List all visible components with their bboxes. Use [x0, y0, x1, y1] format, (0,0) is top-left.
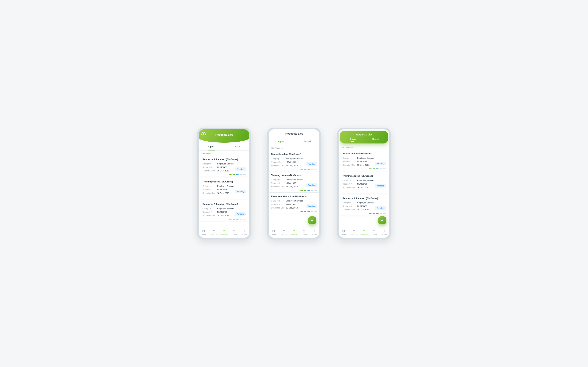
svg-rect-6	[303, 230, 305, 232]
nav-events[interactable]: Events	[299, 227, 309, 238]
news-icon	[202, 230, 205, 233]
bottom-nav: NewsProductsRequestsEventsProfile	[199, 227, 249, 238]
requests-icon	[293, 230, 295, 233]
tab-closed[interactable]: Closed	[224, 143, 249, 150]
nav-profile[interactable]: Profile	[309, 227, 319, 238]
page-title: Requests List	[269, 129, 319, 138]
header: Requests List Open Closed	[340, 131, 388, 143]
nav-label: Requests	[361, 233, 367, 235]
nav-label: Events	[372, 233, 377, 235]
request-card[interactable]: Resource Allocation (BluGrass) Category:…	[200, 200, 248, 221]
plus-icon: +	[203, 133, 205, 136]
tabs: Open Closed	[199, 143, 249, 151]
products-icon	[282, 230, 285, 233]
requests-count: 2 Requests	[199, 151, 249, 156]
svg-rect-10	[373, 230, 375, 232]
request-title: Resource Allocation (BluGrass)	[202, 203, 245, 205]
svg-rect-1	[213, 230, 215, 232]
label-submitted: Submitted On:	[202, 169, 217, 173]
profile-icon	[383, 230, 386, 233]
nav-profile[interactable]: Profile	[379, 227, 389, 238]
progress-dashes	[202, 174, 245, 175]
tab-open[interactable]: Open	[269, 138, 294, 145]
value-submitted: 18 Dec, 2018	[217, 169, 229, 173]
request-card[interactable]: Training course (BluGrass) Category:Empl…	[200, 178, 248, 199]
svg-point-7	[314, 230, 315, 231]
request-card[interactable]: Suport Incident (BluGrass) Category:Empl…	[340, 150, 388, 171]
nav-label: News	[202, 233, 206, 235]
nav-news[interactable]: News	[339, 227, 349, 238]
nav-label: News	[272, 233, 276, 235]
nav-events[interactable]: Events	[369, 227, 379, 238]
news-icon	[272, 230, 275, 233]
nav-profile[interactable]: Profile	[239, 227, 249, 238]
request-title: Training course (BluGrass)	[202, 180, 245, 183]
phone-variant-a: + Requests List Open Closed 2 Requests R…	[197, 128, 251, 239]
profile-icon	[313, 230, 316, 233]
requests-icon	[363, 230, 366, 233]
nav-products[interactable]: Products	[349, 227, 359, 238]
status-badge: Pending	[306, 204, 317, 208]
request-card[interactable]: Training course (BluGrass) Category:Empl…	[269, 171, 319, 192]
nav-label: Events	[232, 233, 237, 235]
status-badge: Pending	[375, 162, 386, 165]
add-button[interactable]: +	[378, 216, 386, 224]
phone-variant-c: Requests List Open Closed 126 Requests S…	[337, 128, 391, 239]
phone-variant-b: Requests List Open Closed 126 Requests S…	[267, 128, 321, 239]
status-badge: Pending	[375, 184, 386, 188]
tab-open[interactable]: Open	[199, 143, 224, 150]
svg-rect-5	[283, 230, 285, 232]
header: + Requests List	[199, 129, 249, 143]
request-card[interactable]: Suport Incident (BluGrass) Category:Empl…	[269, 150, 319, 171]
tab-open[interactable]: Open	[341, 138, 364, 142]
nav-label: Profile	[242, 233, 247, 235]
request-card[interactable]: Resource Allocation (BluGrass) Category:…	[200, 156, 248, 176]
nav-label: Profile	[312, 233, 317, 235]
request-title: Resource Allocation (BluGrass)	[202, 158, 245, 161]
requests-list: Resource Allocation (BluGrass) Category:…	[199, 156, 249, 227]
nav-label: Requests	[291, 233, 297, 235]
tab-closed[interactable]: Closed	[364, 138, 387, 142]
request-card[interactable]: Training course (BluGrass) Category:Empl…	[340, 172, 388, 193]
nav-events[interactable]: Events	[229, 227, 239, 238]
nav-products[interactable]: Products	[209, 227, 219, 238]
svg-rect-2	[233, 230, 235, 232]
nav-requests[interactable]: Requests	[289, 227, 299, 238]
requests-icon	[222, 230, 225, 233]
events-icon	[233, 230, 236, 233]
nav-label: Events	[302, 233, 307, 235]
nav-label: Products	[351, 233, 357, 235]
events-icon	[372, 230, 376, 233]
nav-label: Requests	[221, 233, 227, 235]
status-badge: Pending	[235, 212, 246, 216]
products-icon	[352, 230, 355, 233]
request-card[interactable]: Resource Allocation (BluGrass) Category:…	[340, 194, 388, 216]
nav-requests[interactable]: Requests	[359, 227, 369, 238]
plus-icon: +	[311, 218, 313, 223]
page-title: Requests List	[340, 133, 388, 136]
products-icon	[212, 230, 216, 233]
nav-label: Profile	[382, 233, 387, 235]
bottom-nav: NewsProductsRequestsEventsProfile	[339, 227, 389, 238]
tabs: Open Closed	[340, 138, 388, 142]
requests-list: Suport Incident (BluGrass) Category:Empl…	[269, 150, 319, 227]
label-request-no: Request #:	[202, 166, 217, 169]
nav-products[interactable]: Products	[279, 227, 289, 238]
nav-label: Products	[210, 233, 217, 235]
nav-news[interactable]: News	[269, 227, 279, 238]
events-icon	[303, 230, 306, 233]
value-request-no: NUM01495	[217, 166, 227, 169]
nav-requests[interactable]: Requests	[219, 227, 229, 238]
status-badge: Pending	[235, 167, 246, 171]
requests-count: 126 Requests	[269, 145, 319, 150]
request-card[interactable]: Resource Allocation (BluGrass) Category:…	[269, 192, 319, 214]
tabs: Open Closed	[269, 138, 319, 145]
tab-closed[interactable]: Closed	[294, 138, 319, 145]
requests-count: 126 Requests	[339, 145, 389, 150]
svg-point-3	[244, 230, 245, 231]
nav-news[interactable]: News	[199, 227, 209, 238]
add-button[interactable]: +	[201, 132, 206, 136]
news-icon	[342, 230, 345, 233]
add-button[interactable]: +	[308, 216, 316, 224]
value-category: Employee Services	[217, 162, 234, 166]
